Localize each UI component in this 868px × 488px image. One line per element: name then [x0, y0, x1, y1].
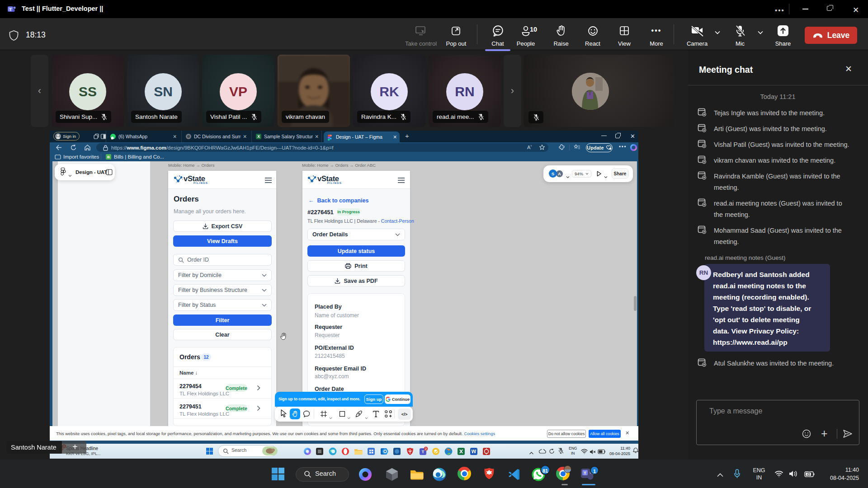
- svg-text:2: 2: [425, 447, 427, 450]
- svg-text:T: T: [422, 450, 425, 454]
- svg-text:T: T: [9, 7, 12, 12]
- svg-text:T: T: [584, 470, 586, 475]
